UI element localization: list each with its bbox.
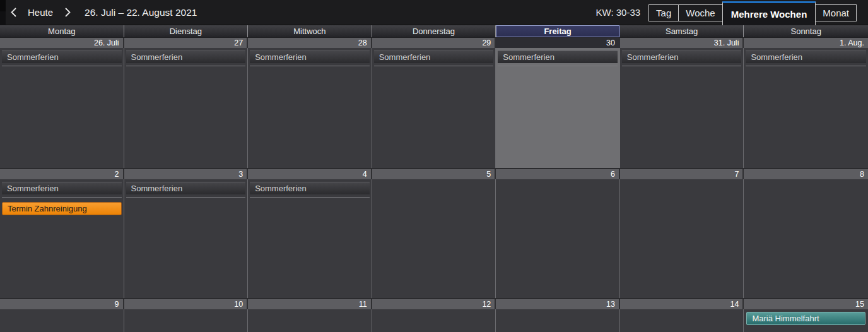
event-underline <box>2 66 122 66</box>
date-label[interactable]: 14 <box>620 299 744 309</box>
day-cell-5[interactable]: 5 <box>372 169 496 298</box>
date-label[interactable]: 13 <box>496 299 620 309</box>
day-cell-body[interactable]: Sommerferien <box>248 179 372 298</box>
day-cell-6[interactable]: 6 <box>496 169 620 298</box>
date-label[interactable]: 4 <box>248 169 372 179</box>
view-tabs: TagWocheMehrere WochenMonat <box>649 0 857 25</box>
day-cell-body[interactable]: SommerferienTermin Zahnreinigung <box>0 179 124 298</box>
day-header-mittwoch: Mittwoch <box>248 25 372 37</box>
date-label[interactable]: 2 <box>0 169 124 179</box>
day-cell-body[interactable] <box>620 309 744 332</box>
date-label[interactable]: 28 <box>248 38 372 48</box>
day-cell-body[interactable]: Sommerferien <box>124 48 249 168</box>
event-sommerferien[interactable]: Sommerferien <box>126 50 246 63</box>
event-underline <box>746 66 866 66</box>
day-cell-29[interactable]: 29Sommerferien <box>372 38 496 168</box>
day-cell-body[interactable]: Sommerferien <box>372 48 496 168</box>
day-header-donnerstag: Donnerstag <box>372 25 496 37</box>
date-label[interactable]: 6 <box>496 169 620 179</box>
event-sommerferien[interactable]: Sommerferien <box>250 50 370 63</box>
date-label[interactable]: 12 <box>372 299 496 309</box>
date-label[interactable]: 31. Juli <box>620 38 744 48</box>
date-label[interactable]: 27 <box>124 38 249 48</box>
week-row-3: 9101112131415Mariä Himmelfahrt <box>0 298 868 332</box>
day-cell-3[interactable]: 3Sommerferien <box>124 169 249 298</box>
event-sommerferien[interactable]: Sommerferien <box>2 50 122 63</box>
event-underline <box>250 197 370 198</box>
event-sommerferien[interactable]: Sommerferien <box>746 50 866 63</box>
day-cell-4[interactable]: 4Sommerferien <box>248 169 372 298</box>
day-cell-27[interactable]: 27Sommerferien <box>124 38 249 168</box>
day-cell-body[interactable] <box>124 309 249 332</box>
day-cell-31-juli[interactable]: 31. JuliSommerferien <box>620 38 744 168</box>
day-cell-body[interactable] <box>248 309 372 332</box>
day-cell-30[interactable]: 30Sommerferien <box>496 38 620 168</box>
event-underline <box>498 66 618 66</box>
day-cell-26-juli[interactable]: 26. JuliSommerferien <box>0 38 124 168</box>
day-cell-13[interactable]: 13 <box>496 299 620 332</box>
day-cell-body[interactable] <box>372 179 496 298</box>
event-sommerferien[interactable]: Sommerferien <box>250 182 370 194</box>
day-cell-28[interactable]: 28Sommerferien <box>248 38 372 168</box>
date-label[interactable]: 9 <box>0 299 124 309</box>
day-cell-10[interactable]: 10 <box>124 299 249 332</box>
day-cell-body[interactable] <box>496 309 620 332</box>
tab-monat[interactable]: Monat <box>815 4 857 21</box>
day-cell-body[interactable]: Sommerferien <box>248 48 372 168</box>
day-cell-12[interactable]: 12 <box>372 299 496 332</box>
event-underline <box>374 66 494 66</box>
date-label[interactable]: 1. Aug. <box>744 38 868 48</box>
day-cell-body[interactable]: Sommerferien <box>0 48 124 168</box>
chevron-left-icon <box>11 8 16 17</box>
day-cell-11[interactable]: 11 <box>248 299 372 332</box>
event-sommerferien[interactable]: Sommerferien <box>498 50 618 63</box>
day-cell-7[interactable]: 7 <box>620 169 744 298</box>
tab-tag[interactable]: Tag <box>648 4 679 21</box>
date-label[interactable]: 10 <box>124 299 249 309</box>
day-cell-14[interactable]: 14 <box>620 299 744 332</box>
tab-woche[interactable]: Woche <box>678 4 722 21</box>
weeks-container: 26. JuliSommerferien27Sommerferien28Somm… <box>0 38 868 332</box>
week-row-1: 26. JuliSommerferien27Sommerferien28Somm… <box>0 38 868 168</box>
tab-mehrere-wochen[interactable]: Mehrere Wochen <box>722 1 816 25</box>
day-cell-body[interactable]: Sommerferien <box>620 48 744 168</box>
day-header-freitag: Freitag <box>496 25 620 37</box>
date-label[interactable]: 26. Juli <box>0 38 124 48</box>
event-mariä-himmelfahrt[interactable]: Mariä Himmelfahrt <box>746 312 865 325</box>
event-sommerferien[interactable]: Sommerferien <box>622 50 742 63</box>
date-label[interactable]: 30 <box>496 38 620 48</box>
date-label[interactable]: 15 <box>744 299 868 309</box>
week-row-2: 2SommerferienTermin Zahnreinigung3Sommer… <box>0 168 868 298</box>
day-cell-1-aug[interactable]: 1. Aug.Sommerferien <box>744 38 868 168</box>
day-cell-body[interactable] <box>744 179 868 298</box>
day-header-dienstag: Dienstag <box>124 25 249 37</box>
day-cell-body[interactable] <box>0 309 124 332</box>
date-label[interactable]: 8 <box>744 169 868 179</box>
event-sommerferien[interactable]: Sommerferien <box>374 50 494 63</box>
today-button[interactable]: Heute <box>24 6 57 19</box>
event-termin-zahnreinigung[interactable]: Termin Zahnreinigung <box>2 202 122 215</box>
day-cell-body[interactable]: Mariä Himmelfahrt <box>744 309 868 332</box>
date-label[interactable]: 11 <box>248 299 372 309</box>
next-period-button[interactable] <box>61 4 74 21</box>
event-sommerferien[interactable]: Sommerferien <box>126 182 246 194</box>
event-sommerferien[interactable]: Sommerferien <box>2 182 122 194</box>
day-cell-15[interactable]: 15Mariä Himmelfahrt <box>744 299 868 332</box>
date-label[interactable]: 5 <box>372 169 496 179</box>
day-cell-body[interactable]: Sommerferien <box>496 48 620 168</box>
date-label[interactable]: 3 <box>124 169 249 179</box>
day-cell-body[interactable] <box>372 309 496 332</box>
previous-period-button[interactable] <box>6 4 20 21</box>
day-cell-body[interactable]: Sommerferien <box>744 48 868 168</box>
day-header-samstag: Samstag <box>620 25 744 37</box>
day-cell-2[interactable]: 2SommerferienTermin Zahnreinigung <box>0 169 124 298</box>
date-label[interactable]: 29 <box>372 38 496 48</box>
day-cell-body[interactable] <box>496 179 620 298</box>
calendar-toolbar: Heute 26. Juli – 22. August 2021 KW: 30-… <box>0 0 868 25</box>
day-cell-body[interactable]: Sommerferien <box>124 179 249 298</box>
day-cell-body[interactable] <box>620 179 744 298</box>
calendar-week-label: KW: 30-33 <box>596 7 641 18</box>
date-label[interactable]: 7 <box>620 169 744 179</box>
day-cell-9[interactable]: 9 <box>0 299 124 332</box>
day-cell-8[interactable]: 8 <box>744 169 868 298</box>
